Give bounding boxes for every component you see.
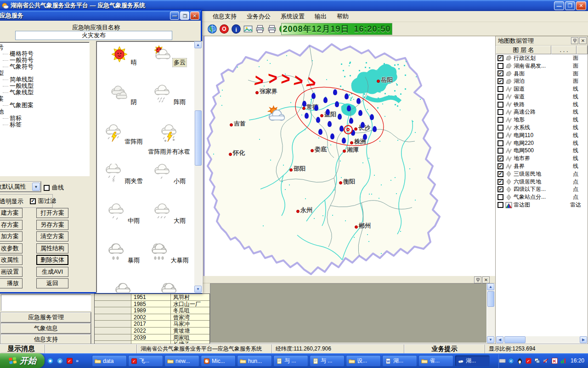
layer-checkbox[interactable]: ✔: [498, 171, 503, 177]
close-button[interactable]: ✕: [190, 12, 199, 20]
table-row[interactable]: 1989冬瓜咀: [95, 307, 209, 314]
redapp-icon[interactable]: [66, 357, 73, 364]
curve-checkbox-row[interactable]: 曲线: [44, 184, 64, 192]
task-button-设...[interactable]: 设...: [346, 355, 381, 367]
pin-icon[interactable]: [474, 276, 481, 283]
curve-checkbox[interactable]: [44, 185, 50, 191]
scroll-up-icon[interactable]: ▲: [487, 283, 494, 290]
face-filter-checkbox-row[interactable]: ✔ 面过滤: [30, 197, 56, 205]
cascade-icon[interactable]: [534, 357, 541, 364]
weather-symbol-阵雨[interactable]: 阵雨: [146, 85, 192, 106]
tree-item-栅格符号[interactable]: 栅格符号: [0, 51, 89, 57]
dialog-button-另存方案[interactable]: 另存方案: [36, 220, 68, 230]
close-icon[interactable]: ✕: [579, 37, 587, 44]
task-button-湖...[interactable]: 湖...: [455, 355, 490, 367]
qq-icon[interactable]: [516, 357, 523, 364]
left-panel-button-应急服务管理[interactable]: 应急服务管理: [1, 312, 91, 322]
table-row[interactable]: 1985水口山一厂: [95, 301, 209, 308]
layer-row-地形[interactable]: 地形线: [496, 116, 588, 124]
layer-row-县界[interactable]: ✔县界线: [496, 162, 588, 170]
dialog-button-打开方案[interactable]: 打开方案: [36, 208, 68, 218]
scroll-thumb[interactable]: [195, 110, 202, 166]
pin-icon[interactable]: [571, 37, 578, 44]
weather-symbol-extra[interactable]: [100, 282, 146, 293]
layer-row-地市界[interactable]: ✔地市界线: [496, 155, 588, 162]
layer-row-四级以下居...[interactable]: ✔四级以下居...点: [496, 186, 588, 194]
layer-row-高速公路[interactable]: 高速公路线: [496, 109, 588, 116]
layer-row-六级居民地[interactable]: ✔六级居民地点: [496, 178, 588, 186]
layer-checkbox[interactable]: [498, 125, 503, 131]
dialog-button-加方案[interactable]: 加方案: [0, 231, 23, 242]
tree-root-线型[interactable]: 线型: [0, 70, 89, 76]
layer-checkbox[interactable]: ✔: [498, 163, 503, 169]
menu-item-系统设置[interactable]: 系统设置: [276, 11, 310, 22]
layer-row-县面[interactable]: ✔县面面: [496, 70, 588, 78]
tree-item-气象线型[interactable]: 气象线型: [0, 89, 89, 96]
print-icon[interactable]: [266, 23, 277, 34]
layer-checkbox[interactable]: [498, 94, 503, 100]
task-button-与 ...[interactable]: 与 ...: [310, 355, 345, 367]
layer-checkbox[interactable]: [498, 117, 503, 123]
tree-item-标签[interactable]: 标签: [0, 121, 89, 128]
kav-icon[interactable]: K: [551, 357, 558, 364]
dialog-button-清空方案[interactable]: 清空方案: [36, 231, 68, 242]
layer-checkbox[interactable]: [498, 132, 503, 138]
layer-checkbox[interactable]: [498, 86, 503, 92]
weather-symbol-extra[interactable]: [146, 282, 192, 293]
layer-checkbox[interactable]: ✔: [498, 155, 503, 161]
layer-row-湖南省易发...[interactable]: 湖南省易发...面: [496, 62, 588, 70]
weather-symbol-中雨[interactable]: 中雨: [100, 203, 146, 225]
mute-icon[interactable]: [543, 357, 549, 364]
scroll-left-icon[interactable]: ◀: [496, 336, 503, 343]
scroll-thumb[interactable]: [504, 336, 526, 343]
weather-symbol-雷阵雨并有冰雹[interactable]: 雷阵雨并有冰雹: [146, 124, 192, 156]
layer-row-国道[interactable]: 国道线: [496, 85, 588, 93]
stop-icon[interactable]: O: [219, 23, 230, 34]
layer-row-水系线[interactable]: 水系线线: [496, 124, 588, 132]
layer-checkbox[interactable]: [498, 63, 503, 69]
layer-checkbox[interactable]: ✔: [498, 70, 503, 76]
task-button-hun...[interactable]: hun...: [237, 355, 272, 367]
table-row[interactable]: 2039周家咀: [95, 334, 209, 341]
station-table[interactable]: 1951凤羽村1985水口山一厂1989冬瓜咀2002曾家湾2017马家冲202…: [94, 293, 210, 349]
layer-checkbox[interactable]: [498, 148, 503, 154]
tree-item-简单线型[interactable]: 简单线型: [0, 76, 89, 83]
tree-item-气象图案[interactable]: 气象图案: [0, 102, 89, 109]
task-button-data[interactable]: data: [92, 355, 127, 367]
table-row[interactable]: 2017马家冲: [95, 321, 209, 328]
msn-icon[interactable]: [47, 357, 54, 364]
left-panel-button-信息支持[interactable]: 信息支持: [1, 334, 91, 345]
close-icon[interactable]: ✕: [482, 276, 490, 283]
print-icon[interactable]: [254, 23, 266, 34]
weather-symbol-雨夹雪[interactable]: 雨夹雪: [100, 164, 146, 185]
restore-button[interactable]: ❐: [180, 12, 189, 20]
tree-item-箭标[interactable]: 箭标: [0, 115, 89, 121]
layer-checkbox[interactable]: [498, 202, 503, 208]
layer-row-三级居民地[interactable]: ✔三级居民地点: [496, 170, 588, 178]
layer-row-铁路[interactable]: 铁路线: [496, 101, 588, 109]
task-button-省...[interactable]: 省...: [418, 355, 453, 367]
message-listbox[interactable]: [1, 294, 91, 311]
transparent-checkbox-row[interactable]: 透明显示: [0, 197, 23, 206]
messenger-icon[interactable]: <: [508, 357, 514, 364]
menu-item-输出[interactable]: 输出: [310, 11, 332, 22]
menu-item-帮助[interactable]: 帮助: [332, 11, 354, 22]
layer-row-行政区划[interactable]: ✔行政区划面: [496, 54, 588, 62]
col-layer-name[interactable]: 图 层 名: [496, 46, 551, 54]
dialog-button-生成AVI[interactable]: 生成AVI: [36, 267, 68, 277]
layer-checkbox[interactable]: ✔: [498, 179, 503, 185]
layer-checkbox[interactable]: [498, 194, 503, 200]
ie-icon[interactable]: e: [57, 357, 63, 364]
minimize-button[interactable]: —: [554, 1, 564, 10]
dialog-button-播放[interactable]: 播放: [0, 278, 23, 288]
scroll-up-icon[interactable]: ▲: [194, 41, 202, 48]
scroll-down-icon[interactable]: ▼: [194, 286, 202, 293]
face-filter-checkbox[interactable]: ✔: [30, 198, 36, 204]
layer-checkbox[interactable]: ✔: [498, 55, 503, 61]
weather-symbol-小雨[interactable]: 小雨: [146, 164, 192, 185]
tree-item-一般线型[interactable]: 一般线型: [0, 83, 89, 89]
chevron-down-icon[interactable]: ▼: [32, 183, 40, 191]
table-row[interactable]: 2022黄坡塘: [95, 328, 209, 334]
dialog-button-属性结构[interactable]: 属性结构: [36, 243, 68, 253]
weather-symbol-暴雨[interactable]: 暴雨: [100, 243, 146, 264]
